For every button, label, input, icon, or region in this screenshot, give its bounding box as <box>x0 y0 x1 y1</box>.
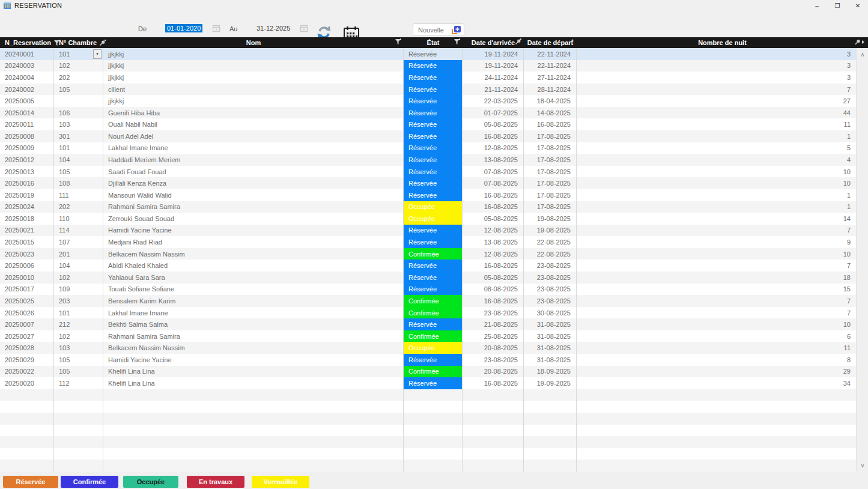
scroll-up-icon[interactable]: ∧ <box>857 49 868 59</box>
reservation-number-cell[interactable]: 20240001 <box>0 48 54 60</box>
table-row[interactable]: 20250019 111 Mansouri Walid Walid Réserv… <box>0 189 856 201</box>
nights-cell[interactable]: 1 <box>577 130 856 142</box>
status-cell[interactable] <box>404 436 463 448</box>
departure-date-cell[interactable] <box>524 460 577 472</box>
nights-cell[interactable]: 34 <box>577 377 856 389</box>
nights-cell[interactable]: 3 <box>577 48 856 60</box>
table-row[interactable]: 20250016 108 Djillali Kenza Kenza Réserv… <box>0 177 856 189</box>
arrival-date-cell[interactable]: 21-11-2024 <box>463 84 524 96</box>
reservation-number-cell[interactable]: 20250026 <box>0 307 54 319</box>
room-number-cell[interactable]: 102 <box>54 272 103 284</box>
room-number-cell[interactable]: 111 <box>54 189 103 201</box>
reservation-number-cell[interactable]: 20250014 <box>0 107 54 119</box>
arrival-date-cell[interactable] <box>463 401 524 413</box>
reservation-number-cell[interactable]: 20240004 <box>0 71 54 84</box>
arrival-date-cell[interactable]: 16-08-2025 <box>463 260 524 272</box>
filter-icon[interactable] <box>395 38 401 45</box>
guest-name-cell[interactable] <box>103 389 404 401</box>
room-number-cell[interactable]: 110 <box>54 213 103 225</box>
departure-date-cell[interactable]: 31-08-2025 <box>524 330 577 342</box>
nights-cell[interactable]: 3 <box>577 71 856 84</box>
room-number-cell[interactable]: 103 <box>54 342 103 354</box>
status-cell[interactable] <box>404 448 463 460</box>
status-cell[interactable]: Réservée <box>404 377 463 389</box>
status-cell[interactable]: Confirmée <box>404 248 463 260</box>
status-cell[interactable]: Réservée <box>404 260 463 272</box>
table-row[interactable]: 20250010 102 Yahiaoui Sara Sara Réservée… <box>0 272 856 284</box>
table-row[interactable] <box>0 436 856 448</box>
reservation-number-cell[interactable]: 20250027 <box>0 330 54 342</box>
status-cell[interactable]: Réservée <box>404 318 463 330</box>
reservation-number-cell[interactable]: 20250018 <box>0 213 54 225</box>
reservation-number-cell[interactable]: 20240003 <box>0 60 54 72</box>
status-cell[interactable]: Confirmée <box>404 307 463 319</box>
arrival-date-cell[interactable] <box>463 448 524 460</box>
scroll-down-icon[interactable]: ∨ <box>857 460 868 470</box>
table-row[interactable] <box>0 460 856 472</box>
arrival-date-cell[interactable]: 12-08-2025 <box>463 225 524 237</box>
nights-cell[interactable]: 9 <box>577 236 856 248</box>
table-row[interactable]: 20250011 103 Ouali Nabil Nabil Réservée … <box>0 118 856 130</box>
table-row[interactable]: 20250022 105 Khelifi Lina Lina Confirmée… <box>0 366 856 378</box>
table-row[interactable] <box>0 401 856 413</box>
guest-name-cell[interactable]: Zerrouki Souad Souad <box>103 213 404 225</box>
arrival-date-cell[interactable]: 13-08-2025 <box>463 154 524 166</box>
nights-cell[interactable]: 8 <box>577 354 856 366</box>
table-row[interactable] <box>0 389 856 401</box>
guest-name-cell[interactable] <box>103 436 404 448</box>
column-header-etat[interactable]: État <box>404 37 463 48</box>
guest-name-cell[interactable]: Ouali Nabil Nabil <box>103 118 404 130</box>
status-cell[interactable]: Réservée <box>404 154 463 166</box>
nights-cell[interactable]: 15 <box>577 284 856 296</box>
arrival-date-cell[interactable]: 16-08-2025 <box>463 377 524 389</box>
reservation-number-cell[interactable]: 20250007 <box>0 318 54 330</box>
guest-name-cell[interactable] <box>103 460 404 472</box>
reservation-number-cell[interactable] <box>0 460 54 472</box>
arrival-date-cell[interactable] <box>463 389 524 401</box>
departure-date-cell[interactable]: 18-04-2025 <box>524 95 577 107</box>
status-cell[interactable]: Réservée <box>404 166 463 178</box>
guest-name-cell[interactable]: Khelifi Lina Lina <box>103 366 404 378</box>
room-number-cell[interactable]: 105 <box>54 354 103 366</box>
departure-date-cell[interactable]: 18-09-2025 <box>524 366 577 378</box>
nights-cell[interactable]: 10 <box>577 318 856 330</box>
nights-cell[interactable]: 4 <box>577 154 856 166</box>
reservation-number-cell[interactable]: 20250024 <box>0 201 54 213</box>
guest-name-cell[interactable]: Rahmani Samira Samira <box>103 201 404 213</box>
nights-cell[interactable]: 5 <box>577 142 856 154</box>
guest-name-cell[interactable]: Rahmani Samira Samira <box>103 330 404 342</box>
departure-date-cell[interactable]: 17-08-2025 <box>524 142 577 154</box>
reservation-number-cell[interactable]: 20250005 <box>0 95 54 107</box>
arrival-date-cell[interactable]: 07-08-2025 <box>463 166 524 178</box>
pin-icon[interactable] <box>515 38 521 45</box>
room-number-cell[interactable]: 212 <box>54 318 103 330</box>
reservation-number-cell[interactable]: 20250020 <box>0 377 54 389</box>
arrival-date-cell[interactable]: 07-08-2025 <box>463 177 524 189</box>
status-cell[interactable]: Occupée <box>404 342 463 354</box>
room-number-cell[interactable]: 105 <box>54 166 103 178</box>
reservation-number-cell[interactable]: 20250022 <box>0 366 54 378</box>
legend-button-3[interactable]: En travaux <box>187 476 244 488</box>
table-row[interactable]: 20250027 102 Rahmani Samira Samira Confi… <box>0 330 856 342</box>
reservation-number-cell[interactable] <box>0 413 54 425</box>
guest-name-cell[interactable]: Bekhti Salma Salma <box>103 318 404 330</box>
guest-name-cell[interactable]: Bensalem Karim Karim <box>103 295 404 307</box>
guest-name-cell[interactable]: jjkjkkj <box>103 71 404 84</box>
arrival-date-cell[interactable]: 20-08-2025 <box>463 366 524 378</box>
add-new-icon[interactable] <box>451 25 461 35</box>
legend-button-2[interactable]: Occupée <box>123 476 178 488</box>
room-number-cell[interactable]: 202 <box>54 201 103 213</box>
departure-date-cell[interactable] <box>524 448 577 460</box>
reservation-number-cell[interactable]: 20250025 <box>0 295 54 307</box>
arrival-date-cell[interactable]: 05-08-2025 <box>463 213 524 225</box>
table-row[interactable] <box>0 413 856 425</box>
arrival-date-cell[interactable]: 16-08-2025 <box>463 295 524 307</box>
table-row[interactable]: 20250024 202 Rahmani Samira Samira Occup… <box>0 201 856 213</box>
nights-cell[interactable]: 1 <box>577 201 856 213</box>
room-number-cell[interactable]: 106 <box>54 107 103 119</box>
room-number-cell[interactable]: 109 <box>54 284 103 296</box>
guest-name-cell[interactable] <box>103 413 404 425</box>
status-cell[interactable]: Confirmée <box>404 366 463 378</box>
table-row[interactable]: 20250006 104 Abidi Khaled Khaled Réservé… <box>0 260 856 272</box>
reservation-number-cell[interactable] <box>0 425 54 437</box>
